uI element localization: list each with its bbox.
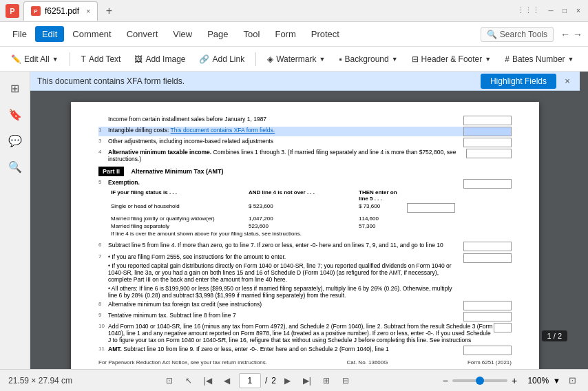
menu-file[interactable]: File — [6, 26, 34, 42]
tab-close-btn[interactable]: × — [86, 7, 90, 15]
line10-text: Add Form 1040 or 1040-SR, line 16 (minus… — [108, 323, 494, 344]
sidebar-bookmark-btn[interactable]: 🔖 — [4, 103, 26, 125]
page-separator: / — [265, 376, 267, 385]
menu-form[interactable]: Form — [268, 26, 302, 42]
highlight-fields-button[interactable]: Highlight Fields — [481, 74, 556, 89]
table-row-single: Single or head of household $ 523,600 $ … — [108, 202, 458, 215]
sidebar-search-btn[interactable]: 🔍 — [4, 156, 26, 178]
add-text-button[interactable]: T Add Text — [76, 52, 127, 67]
chevron-down-icon3: ▼ — [392, 56, 398, 63]
zoom-level: 100% — [521, 376, 549, 385]
footer-cat: Cat. No. 13600G — [346, 359, 388, 366]
search-tools-btn[interactable]: 🔍 Search Tools — [481, 27, 554, 42]
maximize-button[interactable]: □ — [560, 7, 569, 15]
menu-page[interactable]: Page — [200, 26, 235, 42]
header-footer-button[interactable]: ⊟ Header & Footer ▼ — [406, 52, 497, 67]
doc-row-10: 10 Add Form 1040 or 1040-SR, line 16 (mi… — [98, 323, 512, 344]
menu-edit[interactable]: Edit — [35, 26, 64, 42]
cursor-btn[interactable]: ↖ — [181, 373, 196, 388]
chevron-down-icon5: ▼ — [568, 56, 574, 63]
fit-width-btn[interactable]: ⊡ — [162, 373, 177, 388]
statusbar-navigation: ⊡ ↖ |◀ ◀ / 2 ▶ ▶| ⊞ ⊟ — [162, 373, 353, 388]
page-number-input[interactable] — [239, 373, 261, 388]
line-num8: 8 — [98, 301, 108, 310]
sidebar-comment-btn[interactable]: 💬 — [4, 129, 26, 151]
watermark-button[interactable]: ◈ Watermark ▼ — [262, 52, 330, 67]
text-icon: T — [81, 54, 86, 64]
table-header-status: IF your filing status is . . . — [108, 189, 246, 202]
add-link-button[interactable]: 🔗 Add Link — [193, 52, 250, 67]
add-tab-button[interactable]: + — [101, 3, 117, 19]
page-count-badge: 1 / 2 — [542, 330, 567, 341]
doc-row-drilling: 1 Intangible drilling costs: This docume… — [98, 127, 512, 136]
zoom-slider[interactable] — [452, 379, 507, 382]
close-button[interactable]: × — [574, 7, 582, 15]
part2-label: Part II — [98, 167, 124, 176]
toolbar: ✏️ Edit All ▼ T Add Text 🖼 Add Image 🔗 A… — [0, 47, 588, 72]
dimensions-label: 21.59 × 27.94 cm — [8, 376, 72, 385]
doc-footer: For Paperwork Reduction Act Notice, see … — [98, 359, 512, 366]
fullscreen-btn[interactable]: ⊡ — [565, 373, 580, 388]
background-icon: ▪ — [339, 54, 342, 64]
menu-view[interactable]: View — [166, 26, 199, 42]
separator2 — [255, 52, 256, 66]
window-controls: ⋮⋮⋮ ─ □ × — [516, 5, 582, 17]
pdf-tab[interactable]: P f6251.pdf × — [23, 1, 98, 21]
row3-status: Married filing separately — [108, 222, 246, 230]
row1-limit: $ 523,600 — [246, 202, 356, 215]
doc-row-income: Income from certain installment sales be… — [98, 116, 512, 125]
part2-title: Alternative Minimum Tax (AMT) — [132, 168, 224, 175]
last-page-btn[interactable]: ▶| — [300, 373, 315, 388]
zoom-slider-thumb — [476, 377, 484, 385]
doc-text: Income from certain installment sales be… — [108, 116, 266, 125]
next-page-btn[interactable]: ▶ — [280, 373, 295, 388]
line-num5: 5 — [98, 179, 108, 240]
line7-sub2: • All others: If line 6 is $199,900 or l… — [108, 285, 458, 299]
minimize-button[interactable]: ─ — [547, 7, 555, 15]
doc-text: Alternative minimum taxable income. Comb… — [108, 149, 466, 162]
menu-comment[interactable]: Comment — [65, 26, 118, 42]
xfa-close-button[interactable]: × — [562, 76, 573, 87]
row4-note: If line 4 is over the amount shown above… — [108, 230, 404, 237]
zoom-in-btn[interactable]: + — [512, 375, 517, 386]
main-content: This document contains XFA form fields. … — [30, 72, 588, 369]
app-icon: P — [6, 4, 19, 18]
line-num: 1 — [98, 127, 108, 136]
zoom-out-btn[interactable]: − — [443, 375, 448, 386]
window-nav: ← → — [560, 29, 582, 40]
line-num3: 3 — [98, 138, 108, 147]
first-page-btn[interactable]: |◀ — [200, 373, 216, 388]
edit-icon: ✏️ — [11, 54, 21, 64]
menu-tool[interactable]: Tool — [237, 26, 267, 42]
tab-label: f6251.pdf — [45, 6, 79, 16]
fit-window-btn[interactable]: ⊟ — [338, 373, 353, 388]
doc-row-exemption: 5 Exemption. IF your filing status is . … — [98, 179, 512, 240]
sidebar-thumbnail-btn[interactable]: ⊞ — [4, 77, 26, 99]
doc-row-6: 6 Subtract line 5 from line 4. If more t… — [98, 242, 512, 251]
nav-forward-btn[interactable]: → — [573, 29, 582, 40]
menu-convert[interactable]: Convert — [120, 26, 165, 42]
chevron-down-icon: ▼ — [52, 56, 59, 63]
doc-row-9: 9 Tentative minimum tax. Subtract line 8… — [98, 312, 512, 321]
fit-page-btn[interactable]: ⊞ — [319, 373, 334, 388]
add-image-button[interactable]: 🖼 Add Image — [129, 52, 191, 67]
zoom-dropdown-btn[interactable]: ▼ — [553, 377, 560, 385]
line6-text: Subtract line 5 from line 4. If more tha… — [108, 242, 443, 251]
line-num6: 6 — [98, 242, 108, 251]
edit-all-button[interactable]: ✏️ Edit All ▼ — [6, 52, 64, 67]
line-num — [98, 116, 108, 125]
nav-back-btn[interactable]: ← — [560, 29, 570, 40]
image-icon: 🖼 — [134, 54, 143, 64]
line9-text: Tentative minimum tax. Subtract line 8 f… — [108, 312, 236, 321]
background-button[interactable]: ▪ Background ▼ — [333, 52, 403, 67]
row2-status: Married filing jointly or qualifying wid… — [108, 215, 246, 222]
doc-row-8: 8 Alternative minimum tax foreign tax cr… — [98, 301, 512, 310]
line-num7: 7 — [98, 253, 108, 299]
doc-row-amt: 4 Alternative minimum taxable income. Co… — [98, 149, 512, 162]
row3-limit: 523,600 — [246, 222, 356, 230]
pdf-container[interactable]: Income from certain installment sales be… — [30, 91, 580, 369]
menu-protect[interactable]: Protect — [304, 26, 346, 42]
bates-number-button[interactable]: # Bates Number ▼ — [499, 52, 579, 67]
line-num11: 11 — [98, 346, 108, 355]
prev-page-btn[interactable]: ◀ — [220, 373, 235, 388]
